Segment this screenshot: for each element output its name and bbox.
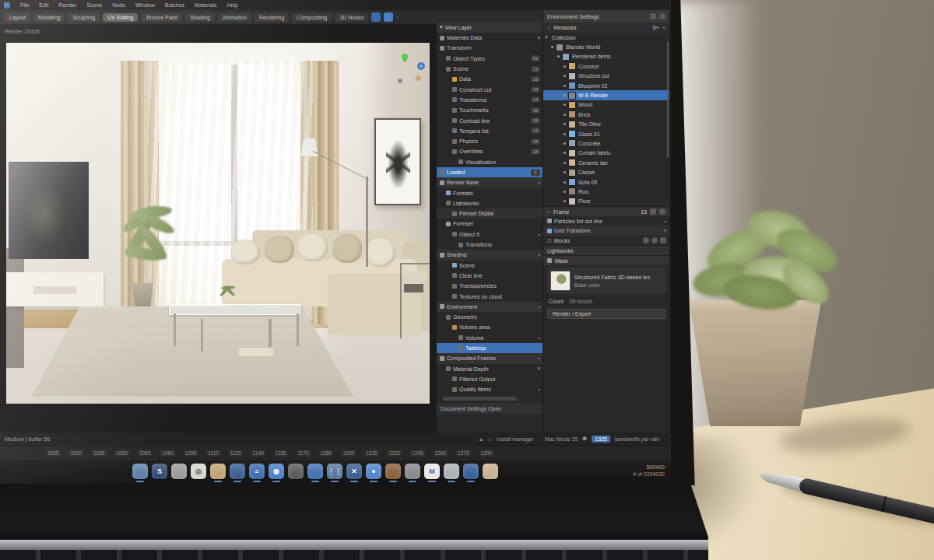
properties-row[interactable]: Textures no cloud xyxy=(437,291,542,301)
properties-row[interactable]: Object Types 51 xyxy=(437,54,542,64)
workspace-tab[interactable]: 3D Nodes xyxy=(335,13,368,22)
laptop-keyboard[interactable] xyxy=(0,550,708,560)
dock-app-icon[interactable]: S xyxy=(152,464,167,482)
install-manager-label[interactable]: Install manager xyxy=(497,436,534,442)
properties-row[interactable]: Lightworks xyxy=(437,198,542,208)
dock-app-icon[interactable]: ≡ xyxy=(249,464,265,482)
workspace-tab[interactable]: Sculpting xyxy=(68,13,100,22)
properties-row[interactable]: Formats xyxy=(437,187,542,198)
timeline-tick[interactable]: 1230 xyxy=(387,450,402,457)
properties-row[interactable]: Transforms 14 xyxy=(437,95,542,105)
navigation-gizmo-icon[interactable] xyxy=(417,62,425,70)
grid-transform-row[interactable]: Grid Transform + xyxy=(543,226,669,235)
timeline-tick[interactable]: 1065 xyxy=(137,450,153,457)
visibility-icon[interactable] xyxy=(564,181,566,184)
outliner-row[interactable]: Concept xyxy=(543,61,669,71)
timeline-tick[interactable]: 1050 xyxy=(114,450,129,457)
app-icon[interactable] xyxy=(171,464,187,479)
workspace-tab[interactable]: Rendering xyxy=(255,13,289,22)
duplicate-icon[interactable] xyxy=(650,208,656,215)
visibility-icon[interactable] xyxy=(564,200,566,202)
properties-row[interactable]: Visualization xyxy=(437,157,542,167)
app-icon[interactable]: M xyxy=(424,464,440,479)
outliner-row[interactable]: Rug xyxy=(543,187,669,196)
timeline-tick[interactable]: 1020 xyxy=(68,450,83,457)
timeline[interactable]: 1005102010351050106510801095111011251140… xyxy=(0,445,671,460)
visibility-icon[interactable] xyxy=(564,75,566,77)
timeline-tick[interactable]: 1245 xyxy=(409,450,425,457)
dock-app-icon[interactable] xyxy=(405,464,420,482)
outliner-row[interactable]: Floor xyxy=(543,197,669,206)
menu-item[interactable]: Render xyxy=(58,2,76,8)
menu-item[interactable]: Edit xyxy=(39,2,48,8)
app-icon[interactable]: ✕ xyxy=(346,464,362,479)
record-icon[interactable]: ◦ xyxy=(665,436,666,442)
mask-tab[interactable]: Mask xyxy=(543,255,669,265)
dock-app-icon[interactable] xyxy=(288,464,304,482)
properties-row[interactable]: Volume • xyxy=(437,333,542,343)
timeline-tick[interactable]: 1215 xyxy=(363,450,379,457)
render-preview[interactable] xyxy=(6,43,430,404)
menu-item[interactable]: Materials xyxy=(195,2,216,8)
add-icon[interactable]: + xyxy=(662,25,665,30)
visibility-icon[interactable] xyxy=(564,103,566,106)
visibility-icon[interactable] xyxy=(564,162,566,164)
properties-row[interactable]: Transparencies xyxy=(437,281,542,291)
dock-app-icon[interactable] xyxy=(385,464,401,482)
outliner-row[interactable]: Concrete xyxy=(543,138,669,148)
outliner-row[interactable]: Curtain fabric xyxy=(543,149,669,158)
properties-row[interactable]: Construct cut 13 xyxy=(437,84,542,94)
dock-app-icon[interactable] xyxy=(483,464,498,482)
export-button[interactable]: Render / Export xyxy=(547,309,665,319)
app-icon[interactable]: ⋮⋮ xyxy=(327,464,342,479)
menu-item[interactable]: Batches xyxy=(165,2,184,8)
swap-icon[interactable] xyxy=(660,237,666,243)
dock-app-icon[interactable] xyxy=(132,464,148,482)
visibility-icon[interactable] xyxy=(564,171,566,173)
app-icon[interactable] xyxy=(132,464,148,479)
app-icon[interactable]: ≡ xyxy=(249,464,265,479)
menu-item[interactable]: File xyxy=(20,2,29,8)
dock-app-icon[interactable] xyxy=(463,464,479,482)
visibility-icon[interactable] xyxy=(564,133,566,135)
light-gizmo-icon[interactable] xyxy=(402,54,408,60)
app-icon[interactable]: ● xyxy=(366,464,381,479)
properties-row[interactable]: Loaded ≡ xyxy=(437,167,542,177)
app-icon[interactable] xyxy=(210,464,226,479)
dock-app-icon[interactable] xyxy=(210,464,226,482)
properties-row[interactable]: Material Depth ▾ xyxy=(437,364,542,374)
properties-row[interactable]: Clear line xyxy=(437,271,542,281)
properties-row[interactable]: Materials Data ▾ xyxy=(437,33,542,43)
timeline-tick[interactable]: 1155 xyxy=(273,450,289,457)
workspace-tab[interactable]: Texture Paint xyxy=(141,13,182,22)
app-icon[interactable]: ◍ xyxy=(269,464,284,479)
timeline-tick[interactable]: 1185 xyxy=(318,450,334,457)
home-icon[interactable]: ⌂ xyxy=(489,436,492,442)
dock-app-icon[interactable]: M xyxy=(424,464,440,482)
visibility-icon[interactable] xyxy=(564,191,566,193)
visibility-icon[interactable] xyxy=(564,123,566,125)
empty-gizmo-icon[interactable] xyxy=(416,75,421,81)
properties-row[interactable]: Touchmarks 33 xyxy=(437,105,542,115)
properties-footer[interactable]: Document Settings Open xyxy=(437,403,542,414)
timeline-tick[interactable]: 1260 xyxy=(433,450,448,457)
timeline-tick[interactable]: 1170 xyxy=(296,450,311,457)
properties-row[interactable]: Geometry xyxy=(437,312,542,322)
properties-row[interactable]: Data 23 xyxy=(437,74,542,84)
camera-icon[interactable] xyxy=(659,13,665,19)
visibility-icon[interactable] xyxy=(564,142,566,145)
properties-row[interactable]: Formset xyxy=(437,219,542,229)
outliner-row[interactable]: Brick xyxy=(543,110,669,119)
properties-row[interactable]: Volume area xyxy=(437,322,542,332)
dock-app-icon[interactable]: ✕ xyxy=(346,464,362,482)
app-icon[interactable] xyxy=(288,464,304,479)
dock-app-icon[interactable] xyxy=(171,464,187,482)
copy-icon[interactable] xyxy=(650,13,656,19)
properties-row[interactable]: Transform xyxy=(437,43,542,53)
properties-row[interactable]: Composited Frames • xyxy=(437,353,542,363)
dock-app-icon[interactable]: ⋮⋮ xyxy=(327,464,342,482)
particles-row[interactable]: Particles list dot line • xyxy=(543,216,669,226)
properties-header[interactable]: ▾ View Layer xyxy=(437,22,542,33)
app-logo-icon[interactable] xyxy=(4,2,10,9)
dock-app-icon[interactable] xyxy=(230,464,245,482)
